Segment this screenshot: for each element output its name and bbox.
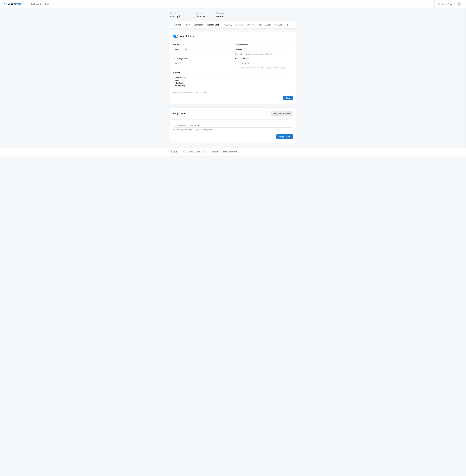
svg-line-3 <box>183 16 184 16</box>
excluded-params-help: List of GET parameters, separated by a c… <box>234 67 293 69</box>
tab-logs[interactable]: Logs <box>285 21 293 28</box>
footer-blog-link[interactable]: Blog <box>189 151 193 153</box>
domain-label: Domain <box>170 12 184 14</box>
purge-cache-card: Purge Cache Purge Entire Cache You can p… <box>170 108 296 143</box>
cache-lifetime-label: Cache Lifetime * <box>234 44 293 46</box>
purge-url-input[interactable] <box>173 123 293 128</box>
external-link-icon[interactable] <box>182 16 184 17</box>
domain-value: www.clp.io <box>170 15 181 18</box>
site-user-value: john-doe <box>196 15 205 18</box>
avatar-icon <box>457 2 461 6</box>
admin-area-label: Admin Area <box>442 3 452 5</box>
varnish-settings-card: Varnish Cache Varnish Server * Cache Lif… <box>170 32 296 104</box>
purge-entire-cache-button[interactable]: Purge Entire Cache <box>271 111 293 116</box>
chevron-down-icon: ▼ <box>462 3 463 5</box>
footer: English Blog| Docs| Issues| Contact| © 2… <box>0 148 466 155</box>
site-info: Domain www.clp.io Site User john-doe IP … <box>170 12 296 20</box>
site-user-label: Site User <box>196 12 205 14</box>
varnish-server-input[interactable] <box>173 47 232 52</box>
nav-dashboard[interactable]: Dashboard <box>31 3 41 5</box>
purge-url-help: You can purge single urls or tags separa… <box>173 129 293 131</box>
site-tabs: Settings Vhost Databases Varnish Cache S… <box>170 21 296 28</box>
cache-tag-prefix-label: Cache Tag Prefix * <box>173 58 232 60</box>
varnish-server-label: Varnish Server * <box>173 44 232 46</box>
footer-contact-link[interactable]: Contact <box>211 151 218 153</box>
topbar: CloudPanel Dashboard Sites Admin Area ▼ <box>0 0 466 8</box>
svg-point-0 <box>438 3 439 4</box>
tab-settings[interactable]: Settings <box>172 21 183 28</box>
ip-label: IP Address <box>216 12 224 14</box>
user-menu[interactable]: ▼ <box>454 0 466 8</box>
language-select[interactable]: English <box>170 150 186 154</box>
tab-file-manager[interactable]: File Manager <box>257 21 273 28</box>
excluded-params-label: Excluded Params <box>234 58 293 60</box>
purge-title: Purge Cache <box>173 113 186 115</box>
footer-issues-link[interactable]: Issues <box>203 151 208 153</box>
excludes-label: Excludes <box>173 71 293 73</box>
users-gear-icon <box>437 2 440 6</box>
footer-brand: CloudPanel <box>228 151 237 153</box>
cache-lifetime-input[interactable] <box>234 47 293 52</box>
brand-text-1: Cloud <box>8 2 15 5</box>
tab-varnish-cache[interactable]: Varnish Cache <box>205 21 222 28</box>
excludes-help: Urls and files that Varnish Cache should… <box>173 91 293 93</box>
excluded-params-input[interactable] <box>234 61 293 66</box>
tab-ssh-ftp[interactable]: SSH/FTP <box>245 21 257 28</box>
tab-databases[interactable]: Databases <box>192 21 205 28</box>
footer-copyright: © 2022 <box>221 151 227 153</box>
varnish-title: Varnish Cache <box>180 35 194 37</box>
tab-vhost[interactable]: Vhost <box>183 21 192 28</box>
admin-area-link[interactable]: Admin Area <box>434 0 454 8</box>
tab-cron-jobs[interactable]: Cron Jobs <box>273 21 285 28</box>
tab-security[interactable]: Security <box>234 21 245 28</box>
brand-text-2: Panel <box>15 2 22 5</box>
cache-tag-prefix-input[interactable] <box>173 61 232 66</box>
save-button[interactable]: Save <box>283 96 293 100</box>
top-nav: Dashboard Sites <box>26 0 434 8</box>
ip-value: 8.8.8.8 <box>216 15 224 18</box>
varnish-toggle[interactable] <box>173 35 178 38</box>
purge-cache-button[interactable]: Purge Cache <box>276 134 293 139</box>
cache-lifetime-help: Cache Lifetime in seconds before being r… <box>234 53 293 55</box>
footer-docs-link[interactable]: Docs <box>196 151 200 153</box>
cloud-icon <box>4 2 7 6</box>
excludes-textarea[interactable]: ^/my-account/ /cart/ /checkout/ wp-login… <box>173 75 293 90</box>
svg-point-2 <box>459 3 460 4</box>
nav-sites[interactable]: Sites <box>45 3 49 5</box>
brand-logo[interactable]: CloudPanel <box>0 0 26 8</box>
tab-ssl-tls[interactable]: SSL/TLS <box>222 21 234 28</box>
